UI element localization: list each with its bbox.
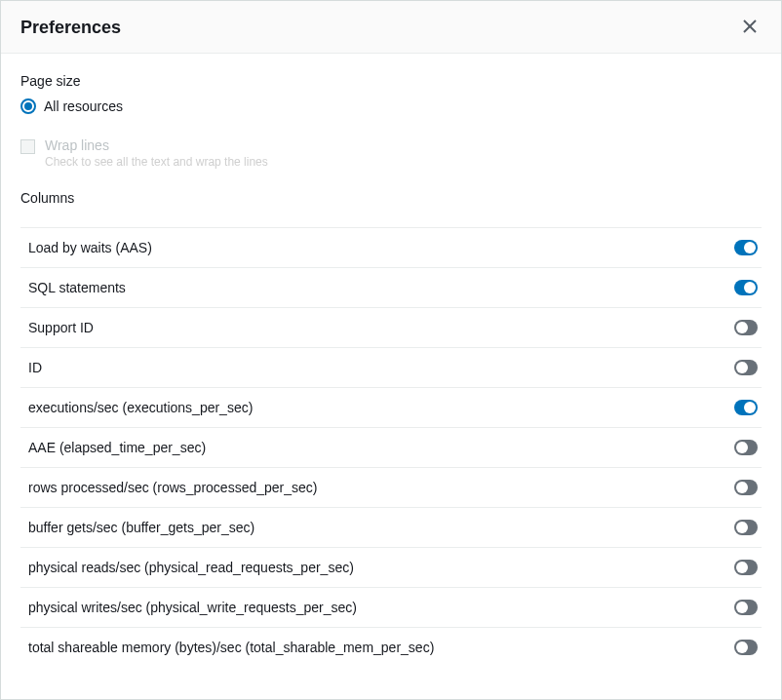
column-toggle[interactable]: [734, 360, 758, 375]
column-row: executions/sec (executions_per_sec): [20, 387, 762, 427]
column-row: SQL statements: [20, 267, 762, 307]
dialog-body: Page size All resources Wrap lines Check…: [1, 54, 781, 699]
column-row: ID: [20, 347, 762, 387]
page-size-label: Page size: [20, 73, 762, 89]
column-label: Load by waits (AAS): [28, 240, 152, 255]
columns-section: Columns Load by waits (AAS)SQL statement…: [20, 190, 762, 667]
column-label: total shareable memory (bytes)/sec (tota…: [28, 640, 434, 655]
column-toggle[interactable]: [734, 600, 758, 615]
dialog-title: Preferences: [20, 18, 121, 38]
column-toggle[interactable]: [734, 640, 758, 655]
column-row: physical reads/sec (physical_read_reques…: [20, 547, 762, 587]
column-row: Load by waits (AAS): [20, 227, 762, 267]
close-icon: [742, 19, 758, 37]
column-toggle[interactable]: [734, 400, 758, 415]
column-row: physical writes/sec (physical_write_requ…: [20, 587, 762, 627]
toggle-knob: [736, 442, 748, 453]
toggle-knob: [736, 642, 748, 653]
column-toggle[interactable]: [734, 560, 758, 575]
page-size-option-row[interactable]: All resources: [20, 98, 762, 114]
toggle-knob: [744, 242, 756, 253]
wrap-lines-checkbox: [20, 139, 35, 154]
column-row: Support ID: [20, 307, 762, 347]
column-label: executions/sec (executions_per_sec): [28, 400, 253, 415]
column-label: physical writes/sec (physical_write_requ…: [28, 600, 357, 615]
toggle-knob: [744, 402, 756, 413]
toggle-knob: [736, 362, 748, 373]
toggle-knob: [744, 282, 756, 293]
column-row: total shareable memory (bytes)/sec (tota…: [20, 627, 762, 667]
toggle-knob: [736, 322, 748, 333]
column-row: AAE (elapsed_time_per_sec): [20, 427, 762, 467]
toggle-knob: [736, 522, 748, 533]
column-label: AAE (elapsed_time_per_sec): [28, 440, 206, 455]
radio-all-resources-label: All resources: [44, 98, 123, 114]
radio-all-resources[interactable]: [20, 98, 36, 114]
toggle-knob: [736, 602, 748, 613]
wrap-lines-label: Wrap lines: [45, 137, 268, 153]
column-label: rows processed/sec (rows_processed_per_s…: [28, 480, 317, 495]
column-row: buffer gets/sec (buffer_gets_per_sec): [20, 507, 762, 547]
column-label: Support ID: [28, 320, 94, 335]
column-label: SQL statements: [28, 280, 126, 295]
preferences-dialog: Preferences Page size All resources Wrap…: [0, 0, 782, 700]
column-label: ID: [28, 360, 42, 375]
column-label: physical reads/sec (physical_read_reques…: [28, 560, 354, 575]
column-toggle[interactable]: [734, 440, 758, 455]
column-toggle[interactable]: [734, 480, 758, 495]
column-toggle[interactable]: [734, 280, 758, 295]
toggle-knob: [736, 562, 748, 573]
column-toggle[interactable]: [734, 520, 758, 535]
wrap-lines-description: Check to see all the text and wrap the l…: [45, 155, 268, 169]
wrap-lines-row: Wrap lines Check to see all the text and…: [20, 137, 762, 169]
columns-label: Columns: [20, 190, 762, 206]
columns-list: Load by waits (AAS)SQL statementsSupport…: [20, 227, 762, 667]
column-toggle[interactable]: [734, 320, 758, 335]
column-label: buffer gets/sec (buffer_gets_per_sec): [28, 520, 254, 535]
close-button[interactable]: [738, 15, 762, 41]
dialog-header: Preferences: [1, 1, 781, 54]
toggle-knob: [736, 482, 748, 493]
column-toggle[interactable]: [734, 240, 758, 255]
column-row: rows processed/sec (rows_processed_per_s…: [20, 467, 762, 507]
